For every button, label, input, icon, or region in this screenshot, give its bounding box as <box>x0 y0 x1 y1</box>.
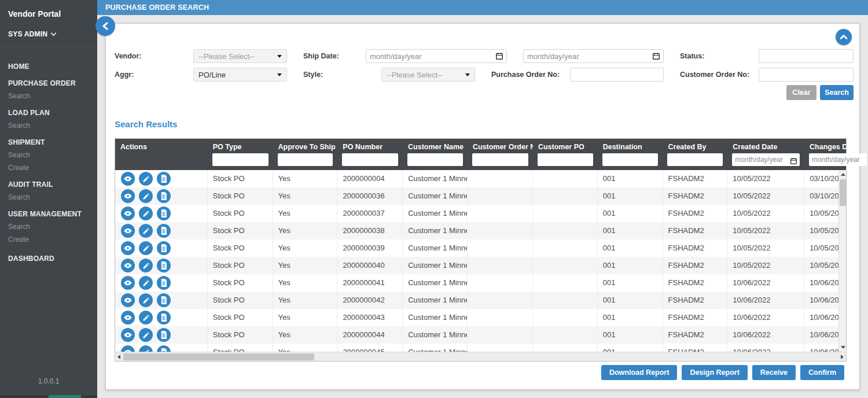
document-icon <box>160 296 167 304</box>
po-document-button[interactable] <box>157 276 171 290</box>
aggr-select[interactable]: PO/Line <box>193 68 287 82</box>
row-actions <box>115 170 208 187</box>
edit-po-button[interactable] <box>139 207 153 220</box>
calendar-icon[interactable] <box>790 157 797 167</box>
col-po-number: PO Number <box>337 139 403 170</box>
po-document-button[interactable] <box>157 259 171 272</box>
sidebar-item-shipment-search[interactable]: Search <box>8 151 97 159</box>
teal-accent-bar <box>49 395 81 398</box>
view-po-button[interactable] <box>121 207 135 220</box>
view-po-button[interactable] <box>121 276 135 290</box>
edit-po-button[interactable] <box>139 259 153 272</box>
scroll-right-icon[interactable] <box>841 355 844 359</box>
view-po-button[interactable] <box>121 293 135 307</box>
edit-po-button[interactable] <box>139 311 153 325</box>
vendor-select[interactable]: --Please Select-- <box>193 49 287 63</box>
horizontal-scrollbar[interactable] <box>115 352 846 361</box>
po-document-button[interactable] <box>157 345 171 352</box>
edit-po-button[interactable] <box>139 345 153 352</box>
cell-approve-to-ship: Yes <box>273 205 338 222</box>
filter-customer-name-input[interactable] <box>407 153 463 166</box>
table-header: Actions PO Type Approve To Ship PO Numbe… <box>115 139 846 170</box>
view-po-button[interactable] <box>121 241 135 255</box>
vendor-label: Vendor: <box>115 49 142 63</box>
sidebar-item-dashboard[interactable]: DASHBOARD <box>8 255 97 263</box>
cell-po-number: 2000000039 <box>337 239 403 257</box>
sidebar-item-user-management-create[interactable]: Create <box>8 235 97 244</box>
view-po-button[interactable] <box>121 345 135 352</box>
calendar-icon[interactable] <box>495 52 503 60</box>
sidebar-item-purchase-order-search[interactable]: Search <box>8 92 97 100</box>
design-report-button[interactable]: Design Report <box>682 365 747 380</box>
ship-date-from-input[interactable] <box>366 50 495 62</box>
collapse-form-button[interactable] <box>836 29 852 45</box>
search-button[interactable]: Search <box>820 85 854 100</box>
cell-destination: 001 <box>598 257 663 274</box>
view-po-button[interactable] <box>121 172 135 186</box>
chevron-left-icon <box>102 22 109 30</box>
status-input[interactable] <box>759 49 854 63</box>
scroll-left-icon[interactable] <box>117 355 120 359</box>
sidebar-item-audit-trail-search[interactable]: Search <box>8 193 97 201</box>
filter-approve-to-ship-input[interactable] <box>278 153 333 166</box>
cell-customer-name: Customer 1 Minne... <box>403 239 468 257</box>
edit-po-button[interactable] <box>139 172 153 186</box>
cell-po-number: 2000000037 <box>337 205 403 222</box>
horizontal-scrollbar-thumb[interactable] <box>123 353 314 360</box>
confirm-button[interactable]: Confirm <box>800 365 844 380</box>
filter-customer-po-input[interactable] <box>538 153 593 166</box>
view-po-button[interactable] <box>121 311 135 325</box>
filter-created-by-input[interactable] <box>667 153 723 166</box>
filter-po-type-input[interactable] <box>212 153 269 166</box>
edit-po-button[interactable] <box>139 276 153 290</box>
edit-po-button[interactable] <box>139 189 153 203</box>
download-report-button[interactable]: Download Report <box>601 365 677 380</box>
po-document-button[interactable] <box>157 189 171 203</box>
view-po-button[interactable] <box>121 189 135 203</box>
sidebar-item-load-plan-search[interactable]: Search <box>8 121 97 130</box>
view-po-button[interactable] <box>121 259 135 272</box>
style-select[interactable]: --Please Select-- <box>381 68 475 82</box>
purchase-order-no-input[interactable] <box>570 68 664 82</box>
cell-customer-name: Customer 1 Minne... <box>403 257 468 274</box>
vendor-select-value: --Please Select-- <box>198 52 277 61</box>
po-document-button[interactable] <box>157 293 171 307</box>
po-document-button[interactable] <box>157 207 171 220</box>
filter-po-number-input[interactable] <box>342 153 398 166</box>
po-document-button[interactable] <box>157 328 171 342</box>
vertical-scrollbar-thumb[interactable] <box>840 179 846 206</box>
col-customer-name: Customer Name <box>403 139 468 170</box>
calendar-icon[interactable] <box>652 52 660 60</box>
results-heading: Search Results <box>115 119 177 129</box>
view-po-button[interactable] <box>121 224 135 238</box>
cell-customer-po <box>533 187 598 205</box>
vertical-scrollbar[interactable] <box>838 170 846 352</box>
edit-po-button[interactable] <box>139 224 153 238</box>
ship-date-to-input[interactable] <box>524 50 652 62</box>
po-document-button[interactable] <box>157 241 171 255</box>
row-actions <box>115 292 208 309</box>
receive-button[interactable]: Receive <box>752 365 796 380</box>
sidebar-item-shipment-create[interactable]: Create <box>8 164 97 172</box>
po-document-button[interactable] <box>157 311 171 325</box>
collapse-sidebar-button[interactable] <box>95 16 115 36</box>
po-document-button[interactable] <box>157 172 171 186</box>
filter-customer-order-no-input[interactable] <box>472 153 528 166</box>
view-po-button[interactable] <box>121 328 135 342</box>
cell-po-type: Stock PO <box>208 292 273 309</box>
scroll-down-icon[interactable] <box>841 346 845 349</box>
edit-po-button[interactable] <box>139 328 153 342</box>
po-document-button[interactable] <box>157 224 171 238</box>
sidebar-item-user-management-search[interactable]: Search <box>8 223 97 231</box>
clear-button[interactable]: Clear <box>786 85 816 100</box>
col-approve-to-ship: Approve To Ship <box>273 139 338 170</box>
sidebar-item-home[interactable]: HOME <box>8 62 97 71</box>
edit-po-button[interactable] <box>139 293 153 307</box>
filter-destination-input[interactable] <box>602 153 659 166</box>
scroll-up-icon[interactable] <box>841 173 845 176</box>
customer-order-no-input[interactable] <box>759 68 854 82</box>
filter-changes-date-input[interactable] <box>809 153 867 166</box>
user-menu[interactable]: SYS ADMIN <box>0 19 97 47</box>
cell-customer-order-no <box>468 274 533 292</box>
edit-po-button[interactable] <box>139 241 153 255</box>
